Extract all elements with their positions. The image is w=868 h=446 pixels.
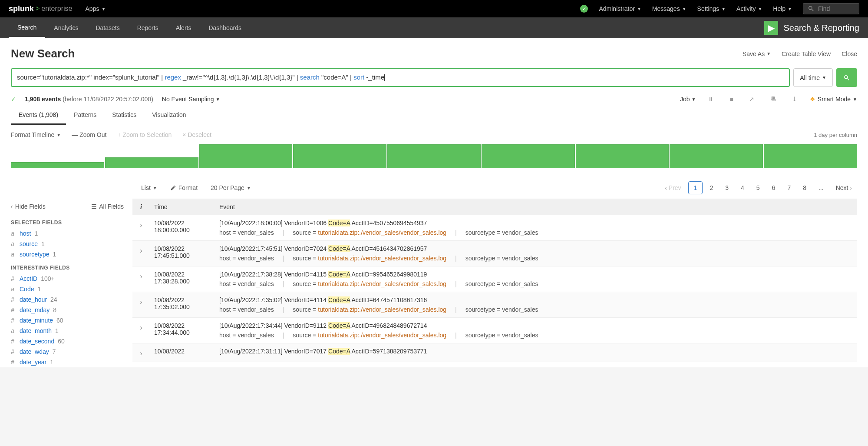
field-row[interactable]: asourcetype1 [11, 249, 124, 260]
per-page-dropdown[interactable]: 20 Per Page ▼ [211, 184, 251, 191]
timeline-bar[interactable] [764, 144, 857, 168]
page-6[interactable]: 6 [767, 182, 781, 194]
expand-event-button[interactable]: › [132, 245, 150, 262]
field-row[interactable]: adate_month1 [11, 326, 124, 336]
info-col-header[interactable]: i [132, 199, 150, 215]
page-5[interactable]: 5 [751, 182, 765, 194]
print-icon[interactable]: 🖶 [766, 96, 779, 103]
field-name[interactable]: source [20, 240, 38, 247]
field-name[interactable]: date_mday [20, 306, 50, 313]
nav-tab-search[interactable]: Search [9, 17, 45, 38]
result-tab-visualization[interactable]: Visualization [144, 106, 194, 125]
field-row[interactable]: #date_minute60 [11, 315, 124, 326]
result-tab-events[interactable]: Events (1,908) [11, 106, 66, 125]
create-table-view-button[interactable]: Create Table View [782, 50, 831, 57]
page-7[interactable]: 7 [782, 182, 796, 194]
sourcetype-value[interactable]: vendor_sales [502, 255, 538, 262]
source-value[interactable]: tutorialdata.zip:./vendor_sales/vendor_s… [318, 306, 446, 313]
source-value[interactable]: tutorialdata.zip:./vendor_sales/vendor_s… [318, 255, 446, 262]
brand-logo[interactable]: splunk > enterprise [9, 4, 73, 13]
page-2[interactable]: 2 [704, 182, 718, 194]
help-dropdown[interactable]: Help▼ [773, 5, 792, 12]
source-value[interactable]: tutorialdata.zip:./vendor_sales/vendor_s… [318, 332, 446, 339]
event-col-header[interactable]: Event [215, 199, 857, 215]
source-value[interactable]: tutorialdata.zip:./vendor_sales/vendor_s… [318, 280, 446, 287]
host-value[interactable]: vendor_sales [238, 229, 274, 236]
search-input[interactable]: source="tutorialdata.zip:*" index="splun… [11, 68, 790, 87]
hide-fields-button[interactable]: ‹ Hide Fields [11, 203, 46, 210]
field-row[interactable]: #date_hour24 [11, 294, 124, 305]
list-mode-dropdown[interactable]: List ▼ [141, 184, 157, 191]
pause-icon[interactable]: ⏸ [704, 96, 717, 103]
time-col-header[interactable]: Time [150, 199, 215, 215]
host-value[interactable]: vendor_sales [238, 280, 274, 287]
app-title[interactable]: ▶ Search & Reporting [764, 21, 859, 35]
timeline-bar[interactable] [576, 144, 669, 168]
nav-tab-dashboards[interactable]: Dashboards [200, 17, 250, 38]
time-range-picker[interactable]: All time ▼ [793, 68, 833, 87]
field-name[interactable]: date_minute [20, 317, 53, 324]
timeline-bar[interactable] [670, 144, 763, 168]
field-name[interactable]: host [20, 230, 31, 237]
administrator-dropdown[interactable]: Administrator▼ [599, 5, 641, 12]
field-row[interactable]: ahost1 [11, 228, 124, 239]
apps-dropdown[interactable]: Apps▼ [86, 5, 106, 12]
download-icon[interactable]: ⭳ [788, 96, 801, 103]
result-tab-patterns[interactable]: Patterns [66, 106, 104, 125]
field-name[interactable]: date_second [20, 338, 54, 345]
expand-event-button[interactable]: › [132, 271, 150, 287]
host-value[interactable]: vendor_sales [238, 255, 274, 262]
result-tab-statistics[interactable]: Statistics [104, 106, 144, 125]
page-...[interactable]: ... [813, 182, 829, 194]
event-sampling-dropdown[interactable]: No Event Sampling ▼ [162, 96, 220, 103]
zoom-out-button[interactable]: — Zoom Out [72, 131, 106, 138]
timeline-bar[interactable] [293, 144, 386, 168]
event-raw[interactable]: [10/Aug/2022:17:35:02] VendorID=4114 Cod… [219, 296, 853, 303]
event-raw[interactable]: [10/Aug/2022:17:38:28] VendorID=4115 Cod… [219, 271, 853, 278]
timeline-bar[interactable] [199, 144, 293, 168]
page-3[interactable]: 3 [720, 182, 734, 194]
sourcetype-value[interactable]: vendor_sales [502, 229, 538, 236]
format-timeline-button[interactable]: Format Timeline ▼ [11, 131, 61, 138]
share-icon[interactable]: ↗ [746, 96, 758, 103]
page-1[interactable]: 1 [688, 181, 703, 194]
host-value[interactable]: vendor_sales [238, 332, 274, 339]
expand-event-button[interactable]: › [132, 220, 150, 236]
sourcetype-value[interactable]: vendor_sales [502, 280, 538, 287]
sourcetype-value[interactable]: vendor_sales [502, 332, 538, 339]
field-row[interactable]: #AcctID100+ [11, 273, 124, 284]
field-name[interactable]: date_year [20, 359, 46, 366]
expand-event-button[interactable]: › [132, 348, 150, 357]
save-as-button[interactable]: Save As ▼ [743, 50, 771, 57]
all-fields-button[interactable]: ☰ All Fields [91, 203, 124, 210]
source-value[interactable]: tutorialdata.zip:./vendor_sales/vendor_s… [318, 229, 446, 236]
field-row[interactable]: aCode1 [11, 284, 124, 294]
event-raw[interactable]: [10/Aug/2022:18:00:00] VendorID=1006 Cod… [219, 220, 853, 226]
field-name[interactable]: AcctID [20, 275, 37, 282]
nav-tab-analytics[interactable]: Analytics [45, 17, 87, 38]
nav-tab-alerts[interactable]: Alerts [167, 17, 200, 38]
nav-tab-datasets[interactable]: Datasets [87, 17, 128, 38]
next-page-button[interactable]: Next › [831, 182, 857, 194]
activity-dropdown[interactable]: Activity▼ [736, 5, 762, 12]
field-name[interactable]: sourcetype [20, 251, 49, 258]
field-row[interactable]: #date_year1 [11, 357, 124, 367]
field-name[interactable]: date_month [20, 327, 52, 334]
timeline-bar[interactable] [105, 157, 198, 168]
event-raw[interactable]: [10/Aug/2022:17:34:44] VendorID=9112 Cod… [219, 322, 853, 329]
job-dropdown[interactable]: Job ▼ [680, 96, 696, 103]
field-name[interactable]: Code [20, 286, 34, 293]
status-ok-icon[interactable]: ✓ [580, 5, 588, 13]
timeline-chart[interactable] [11, 144, 857, 168]
field-row[interactable]: #date_second60 [11, 336, 124, 346]
field-name[interactable]: date_wday [20, 348, 49, 355]
page-4[interactable]: 4 [736, 182, 749, 194]
field-row[interactable]: #date_mday8 [11, 305, 124, 315]
field-name[interactable]: date_hour [20, 296, 47, 303]
event-raw[interactable]: [10/Aug/2022:17:31:11] VendorID=7017 Cod… [219, 348, 853, 355]
page-8[interactable]: 8 [798, 182, 812, 194]
sourcetype-value[interactable]: vendor_sales [502, 306, 538, 313]
settings-dropdown[interactable]: Settings▼ [697, 5, 726, 12]
format-button[interactable]: Format [170, 184, 198, 191]
event-raw[interactable]: [10/Aug/2022:17:45:51] VendorID=7024 Cod… [219, 245, 853, 252]
